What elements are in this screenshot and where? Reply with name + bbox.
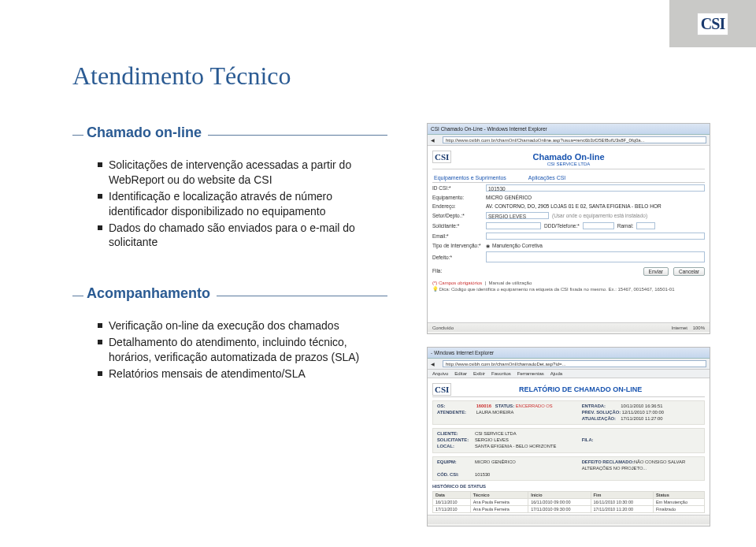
history-title: HISTÓRICO DE STATUS bbox=[432, 484, 705, 489]
back-icon: ◀ bbox=[431, 361, 435, 367]
label-solicitante: Solicitante:* bbox=[432, 223, 486, 229]
section-chamado-online: Chamado on-line Solicitações de interven… bbox=[72, 125, 387, 251]
th-status: Status bbox=[653, 492, 704, 499]
value-codcsi: 101530 bbox=[475, 472, 490, 477]
page-title: Atendimento Técnico bbox=[72, 61, 291, 91]
field-email bbox=[486, 233, 705, 240]
zoom-level: 100% bbox=[693, 326, 705, 330]
button-cancelar: Cancelar bbox=[673, 267, 705, 276]
label-fila: FILA: bbox=[582, 437, 620, 444]
list-item: Identificação e localização através de n… bbox=[98, 189, 387, 219]
report-header: CSI RELATÓRIO DE CHAMADO ON-LINE bbox=[432, 381, 705, 397]
list-item: Verificação on-line da execução dos cham… bbox=[98, 318, 387, 333]
label-tipo: Tipo de Intervenção:* bbox=[432, 243, 486, 248]
value-atual: 17/11/2010 11:27:00 bbox=[621, 416, 662, 421]
value-status: ENCERRADO OS bbox=[516, 404, 553, 408]
label-os: OS: bbox=[437, 404, 475, 410]
app-logo: CSI bbox=[432, 383, 451, 396]
label-fila: Fila: bbox=[432, 268, 486, 274]
label-defeito: Defeito:* bbox=[432, 255, 486, 260]
app-logo: CSI bbox=[432, 151, 451, 163]
th-inicio: Início bbox=[528, 492, 591, 499]
section-title: Chamado on-line bbox=[87, 125, 202, 140]
value-equipamento: MICRO GENÉRICO bbox=[486, 195, 705, 200]
label-atendente: ATENDENTE: bbox=[437, 410, 475, 416]
footnote-manual: Manual de utilização bbox=[489, 281, 532, 285]
window-title: - Windows Internet Explorer bbox=[431, 350, 494, 355]
table-row: 16/11/2010 Ana Paula Ferreira 16/11/2010… bbox=[433, 499, 705, 506]
url-field: http://www.csibh.com.br/chamOnl/chamadoD… bbox=[443, 360, 706, 367]
menu-favoritos: Favoritos bbox=[491, 371, 511, 376]
label-codcsi: CÓD. CSI: bbox=[437, 472, 475, 478]
table-header: Data Técnico Início Fim Status bbox=[433, 492, 705, 499]
label-equipm: EQUIPM: bbox=[437, 460, 475, 466]
brand-band: CSI bbox=[669, 0, 756, 47]
statusbar: Concluído Internet 100% bbox=[428, 322, 710, 332]
button-enviar: Enviar bbox=[643, 267, 669, 276]
status-zone: Internet bbox=[672, 326, 687, 330]
label-id-csi: ID CSI:* bbox=[432, 185, 486, 191]
bullet-list: Verificação on-line da execução dos cham… bbox=[98, 318, 387, 381]
th-tecnico: Técnico bbox=[470, 492, 528, 499]
field-ramal bbox=[636, 222, 655, 229]
address-bar: ◀ http://www.csibh.com.br/chamOnl/chamad… bbox=[428, 359, 710, 370]
bullet-list: Solicitações de intervenção acessadas a … bbox=[98, 158, 387, 250]
tab-row: Equipamentos e Suprimentos Aplicações CS… bbox=[432, 173, 705, 183]
screenshot-relatorio: - Windows Internet Explorer ◀ http://www… bbox=[427, 347, 710, 527]
label-prev: PREV. SOLUÇÃO: bbox=[582, 410, 621, 416]
value-equipm: MICRO GENÉRICO bbox=[475, 460, 516, 464]
footnote: (*) Campos obrigatórios | Manual de util… bbox=[432, 281, 705, 293]
window-title: CSI Chamado On-Line - Windows Internet E… bbox=[431, 126, 547, 132]
menu-editar: Editar bbox=[454, 371, 467, 376]
field-defeito bbox=[486, 251, 705, 262]
label-endereco: Endereço: bbox=[432, 203, 486, 209]
cell: 16/11/2010 bbox=[433, 499, 471, 506]
list-item: Detalhamento do atendimento, incluindo t… bbox=[98, 335, 387, 365]
footnote-tip: Dica: Código que identifica o equipament… bbox=[439, 287, 675, 292]
list-item: Relatórios mensais de atendimento/SLA bbox=[98, 367, 387, 381]
cell: 17/11/2010 bbox=[433, 506, 471, 513]
field-id-csi: 101530 bbox=[486, 184, 705, 192]
label-status: STATUS: bbox=[495, 404, 514, 410]
info-box-os: OS: 160016 STATUS: ENCERRADO OS ENTRADA:… bbox=[432, 400, 705, 425]
cell: Em Manutenção bbox=[653, 499, 704, 506]
menu-ajuda: Ajuda bbox=[550, 371, 562, 376]
value-cliente: CSI SERVICE LTDA bbox=[475, 431, 517, 436]
app-title: Chamado On-line bbox=[532, 152, 604, 162]
app-subtitle: CSI SERVICE LTDA bbox=[532, 162, 604, 166]
menu-ferramentas: Ferramentas bbox=[517, 371, 544, 376]
section-acompanhamento: Acompanhamento Verificação on-line da ex… bbox=[72, 285, 387, 383]
label-local: LOCAL: bbox=[437, 444, 475, 450]
report-title: RELATÓRIO DE CHAMADO ON-LINE bbox=[456, 385, 705, 393]
label-setor: Setor/Depto.:* bbox=[432, 213, 486, 218]
label-ddd: DDD/Telefone:* bbox=[544, 223, 580, 229]
value-os: 160016 bbox=[476, 404, 491, 408]
url-field: http://www.csibh.com.br/chamOnl/ChamadoO… bbox=[443, 136, 706, 143]
radio-icon: ◉ bbox=[486, 243, 490, 248]
field-ddd bbox=[583, 222, 614, 229]
label-email: Email:* bbox=[432, 233, 486, 239]
cell: 16/11/2010 09:00:00 bbox=[528, 499, 591, 506]
cell: 17/11/2010 09:30:00 bbox=[528, 506, 591, 513]
label-ramal: Ramal: bbox=[617, 223, 634, 229]
app-header: CSI Chamado On-line CSI SERVICE LTDA bbox=[432, 149, 705, 169]
cell: 17/11/2010 11:20:00 bbox=[591, 506, 653, 513]
label-defrecl: DEFEITO RECLAMADO: bbox=[582, 460, 634, 466]
value-entrada: 10/11/2010 16:36:51 bbox=[621, 404, 662, 408]
menu-bar: Arquivo Editar Exibir Favoritos Ferramen… bbox=[428, 370, 710, 378]
back-icon: ◀ bbox=[431, 137, 435, 143]
value-local: SANTA EFIGENIA - BELO HORIZONTE bbox=[475, 444, 556, 448]
screenshot-chamado-form: CSI Chamado On-Line - Windows Internet E… bbox=[427, 123, 710, 334]
th-data: Data bbox=[433, 492, 471, 499]
window-titlebar: CSI Chamado On-Line - Windows Internet E… bbox=[428, 124, 710, 135]
label-cliente: CLIENTE: bbox=[437, 431, 475, 437]
value-endereco: AV. CONTORNO, DO, 2905 LOJAS 01 E 02, SA… bbox=[486, 203, 705, 209]
menu-arquivo: Arquivo bbox=[432, 371, 448, 376]
cell: Ana Paula Ferreira bbox=[470, 506, 528, 513]
statusbar bbox=[428, 515, 710, 524]
hint-setor: (Usar onde o equipamento está instalado) bbox=[552, 213, 647, 218]
tab-equipamentos: Equipamentos e Suprimentos bbox=[434, 175, 506, 180]
info-box-cliente: CLIENTE:CSI SERVICE LTDA SOLICITANTE:SER… bbox=[432, 428, 705, 452]
value-prev: 12/11/2010 17:00:00 bbox=[622, 410, 664, 415]
cell: Ana Paula Ferreira bbox=[470, 499, 528, 506]
